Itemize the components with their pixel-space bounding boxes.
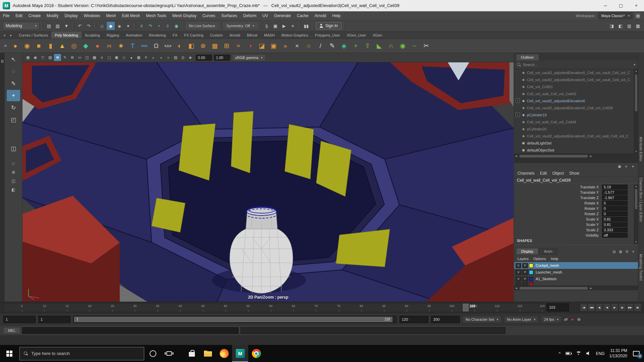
menu-mesh[interactable]: Mesh	[103, 11, 119, 20]
gate-mask-icon[interactable]: ▩	[91, 54, 98, 61]
camera-lock-icon[interactable]: ◉	[32, 54, 39, 61]
maximize-button[interactable]: ▢	[613, 0, 629, 11]
shelf-duplicate-special-icon[interactable]: ▣	[268, 40, 279, 52]
panel-tab-attribute-editor[interactable]: Attribute Editor	[639, 137, 643, 162]
channel-value-field[interactable]: -1.577	[602, 190, 628, 195]
color-space-dropdown[interactable]: sRGB gamma ▾	[232, 54, 266, 61]
layer-row[interactable]: VPCockpit_mesh	[514, 262, 638, 269]
shelf-combine-icon[interactable]: ◐	[174, 40, 185, 52]
channel-value-field[interactable]: 0.81	[602, 222, 628, 227]
firefox-button[interactable]	[216, 345, 232, 362]
menu-deform[interactable]: Deform	[240, 11, 259, 20]
menu-surfaces[interactable]: Surfaces	[218, 11, 240, 20]
film-gate-icon[interactable]: ▭	[76, 54, 83, 61]
new-scene-icon[interactable]: ▤	[45, 22, 53, 30]
outliner-item[interactable]: ◆Cell_vol_vault2_adjustedElevation5_Cell…	[514, 69, 634, 76]
playback-range-track[interactable]: 1 120	[73, 316, 397, 323]
channel-value-field[interactable]: off	[602, 233, 628, 238]
shelf-make-live-surface-icon[interactable]: ◈	[338, 40, 350, 52]
channel-box-menu-edit[interactable]: Edit	[540, 171, 547, 176]
shelf-tab-rigging[interactable]: Rigging	[103, 32, 122, 39]
snap-to-curve-icon[interactable]: ↷	[146, 22, 154, 30]
file-explorer-button[interactable]	[200, 345, 216, 362]
character-set-dropdown[interactable]: No Character Set ▾	[463, 316, 501, 323]
shelf-circularize-icon[interactable]: ○	[303, 40, 315, 52]
outliner-item[interactable]: ◉defaultObjectSet	[514, 146, 634, 154]
channel-value-field[interactable]: 0	[602, 212, 628, 216]
menu-help[interactable]: Help	[329, 11, 343, 20]
menu-mesh-display[interactable]: Mesh Display	[169, 11, 200, 20]
auto-keyframe-icon[interactable]: ●	[571, 317, 574, 322]
layer-menu-help[interactable]: Help	[551, 257, 558, 261]
outliner-item[interactable]: +◆pCylinder19	[514, 111, 634, 118]
shelf-tab-sculpting[interactable]: Sculpting	[82, 32, 103, 39]
field-chart-icon[interactable]: #	[98, 54, 105, 61]
camera-select-icon[interactable]: ▦	[24, 54, 32, 61]
animation-preferences-icon[interactable]: ⊛	[577, 317, 581, 322]
camera-bookmark-icon[interactable]: ▽	[39, 54, 46, 61]
isolate-select-icon[interactable]: ◈	[187, 54, 194, 61]
channel-value-field[interactable]: 0	[602, 206, 628, 211]
new-layer-from-selected-icon[interactable]: ⊞	[624, 249, 630, 254]
shelf-poly-cube-icon[interactable]: ■	[33, 40, 45, 52]
animation-start-field[interactable]: 1	[3, 316, 36, 323]
menu-generate[interactable]: Generate	[271, 11, 294, 20]
scroll-right-icon[interactable]: ▶	[589, 155, 593, 158]
motion-blur-icon[interactable]: ≈	[165, 54, 172, 61]
select-by-object-icon[interactable]: ◆	[107, 22, 115, 30]
layer-visibility-toggle[interactable]: V	[516, 277, 521, 282]
shelf-tab-fx-caching[interactable]: FX Caching	[181, 32, 207, 39]
shelf-poly-cylinder-icon[interactable]: ▮	[45, 40, 56, 52]
shelf-center-pivot-icon[interactable]: 0,0,0	[162, 40, 174, 52]
shelf-append-to-poly-icon[interactable]: +	[350, 40, 362, 52]
exposure-field[interactable]: 0.00	[196, 55, 212, 61]
shelf-cut-faces-icon[interactable]: ✂	[420, 40, 432, 52]
outliner-vertical-scrollbar[interactable]: ▲ ▼	[634, 69, 638, 154]
play-backwards-button[interactable]: ◀	[603, 303, 610, 311]
shelf-poly-torus-icon[interactable]: ◎	[68, 40, 80, 52]
undo-icon[interactable]: ↶	[76, 22, 84, 30]
menu-curves[interactable]: Curves	[200, 11, 218, 20]
rotate-tool[interactable]: ↻	[7, 102, 20, 113]
2d-pan-zoom-icon[interactable]: ⊕	[54, 54, 61, 61]
layer-visibility-toggle[interactable]	[516, 282, 521, 286]
scroll-left-icon[interactable]: ◀	[514, 287, 518, 290]
channel-value-field[interactable]: 0	[602, 201, 628, 205]
image-plane-icon[interactable]: ▨	[47, 54, 54, 61]
shelf-separate-icon[interactable]: ◧	[185, 40, 197, 52]
save-scene-icon[interactable]: ▼	[62, 22, 70, 30]
shelf-tab-polygons-user[interactable]: Polygons_User	[312, 32, 343, 39]
layer-color-swatch[interactable]	[529, 277, 533, 281]
layer-options-icon[interactable]: ▾	[631, 249, 636, 254]
shelf-tab-rendering[interactable]: Rendering	[146, 32, 169, 39]
layout-single-pane[interactable]: □	[7, 160, 20, 168]
play-forwards-button[interactable]: ▶	[611, 303, 618, 311]
pause-viewport-icon[interactable]: ▮▮	[302, 22, 310, 30]
menu-display[interactable]: Display	[61, 11, 80, 20]
layer-menu-layers[interactable]: Layers	[518, 257, 529, 261]
expand-icon[interactable]: +	[516, 99, 520, 103]
layer-playback-toggle[interactable]: P	[522, 270, 528, 275]
snap-to-plane-icon[interactable]: ◊	[164, 22, 172, 30]
outliner-search[interactable]: Search... ▾	[514, 60, 638, 69]
layer-row-partial[interactable]	[514, 282, 638, 286]
no-live-surface-button[interactable]: No Live Surface	[186, 22, 218, 29]
shelf-tab-arnold[interactable]: Arnold	[226, 32, 244, 39]
shelf-primitive-options-icon[interactable]: [●]	[103, 40, 115, 52]
cortana-button[interactable]	[145, 345, 161, 362]
scroll-right-icon[interactable]: ▶	[589, 287, 593, 290]
channel-value-field[interactable]: 5.19	[602, 185, 628, 189]
lasso-select-tool[interactable]: ◌	[7, 66, 20, 77]
expand-icon[interactable]: +	[516, 113, 520, 117]
shelf-tab-xgen-user[interactable]: XGen_User	[343, 32, 369, 39]
layer-playback-toggle[interactable]: P	[522, 277, 528, 282]
shelf-multi-cut-icon[interactable]: ×	[291, 40, 303, 52]
shelf-mirror-cut-icon[interactable]: ◪	[256, 40, 268, 52]
close-button[interactable]: ×	[629, 0, 644, 11]
shelf-tab-custom[interactable]: Custom	[207, 32, 226, 39]
use-all-lights-icon[interactable]: ☀	[143, 54, 150, 61]
snap-to-grid-icon[interactable]: #	[138, 22, 146, 30]
language-indicator[interactable]: ENG	[596, 351, 605, 356]
menu-uv[interactable]: UV	[259, 11, 271, 20]
shelf-tab-motion-graphics[interactable]: Motion Graphics	[278, 32, 312, 39]
